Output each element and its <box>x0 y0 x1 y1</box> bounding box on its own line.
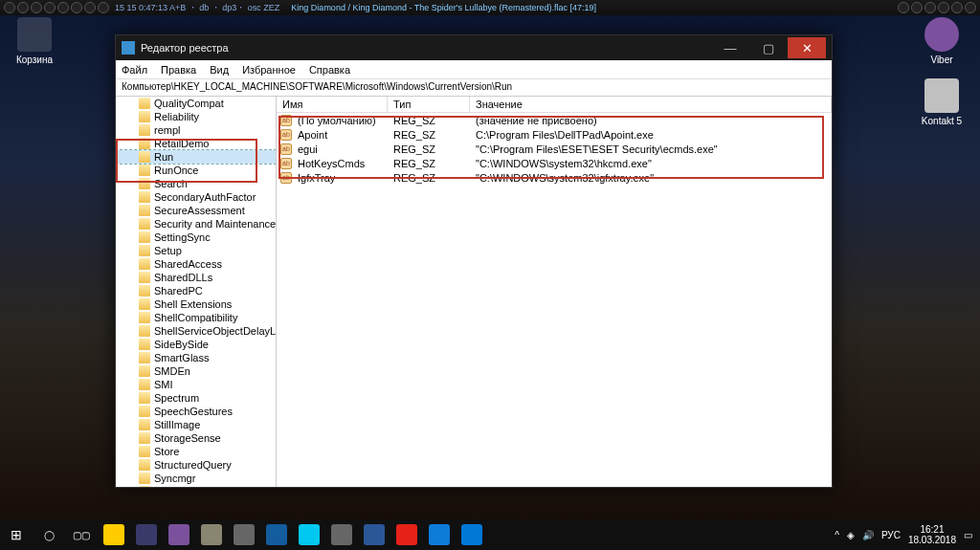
tree-item[interactable]: SMI <box>116 378 276 391</box>
kontakt-icon <box>924 78 959 113</box>
menu-item[interactable]: Вид <box>210 64 229 76</box>
player-btn[interactable] <box>938 2 949 13</box>
player-btn[interactable] <box>898 2 909 13</box>
tree-item[interactable]: Store <box>116 445 276 458</box>
player-btn[interactable] <box>44 2 56 13</box>
tree-item[interactable]: Reliability <box>116 110 276 123</box>
list-row[interactable]: abApointREG_SZC:\Program Files\DellTPad\… <box>277 127 832 142</box>
tree-item[interactable]: StructuredQuery <box>116 458 276 472</box>
taskbar-app[interactable] <box>390 519 423 550</box>
list-row[interactable]: ab(По умолчанию)REG_SZ(значение не присв… <box>277 113 832 127</box>
start-button[interactable]: ⊞ <box>0 519 33 550</box>
app-icon <box>396 524 417 545</box>
tree-item[interactable]: Shell Extensions <box>116 297 276 311</box>
tree-item[interactable]: rempl <box>116 123 276 137</box>
folder-icon <box>139 352 150 363</box>
taskbar-app[interactable] <box>98 519 130 550</box>
registry-tree[interactable]: QualityCompatReliabilityremplRetailDemoR… <box>116 97 277 487</box>
address-bar[interactable]: Компьютер\HKEY_LOCAL_MACHINE\SOFTWARE\Mi… <box>116 79 832 97</box>
col-type[interactable]: Тип <box>388 97 470 112</box>
folder-icon <box>139 379 150 390</box>
desktop-icon-kontakt[interactable]: Kontakt 5 <box>913 78 970 126</box>
tree-item[interactable]: SpeechGestures <box>116 405 276 418</box>
taskbar-app[interactable] <box>325 519 358 550</box>
tree-item[interactable]: SecondaryAuthFactor <box>116 190 276 204</box>
folder-icon <box>139 325 150 337</box>
task-view-button[interactable]: ▢▢ <box>65 519 98 550</box>
player-btn[interactable] <box>965 2 976 13</box>
tree-item[interactable]: SideBySide <box>116 338 276 351</box>
titlebar[interactable]: Редактор реестра — ▢ ✕ <box>116 35 832 60</box>
desktop-icon-viber[interactable]: Viber <box>913 17 970 65</box>
tree-item[interactable]: StorageSense <box>116 431 276 445</box>
tree-item[interactable]: Run <box>116 150 276 164</box>
minimize-button[interactable]: — <box>711 37 749 58</box>
tree-item[interactable]: Setup <box>116 244 276 257</box>
tree-item[interactable]: QualityCompat <box>116 97 276 110</box>
menu-item[interactable]: Файл <box>122 64 147 76</box>
player-btn[interactable] <box>924 2 936 13</box>
taskbar-app[interactable] <box>260 519 293 550</box>
tree-item[interactable]: SharedPC <box>116 284 276 297</box>
tree-item[interactable]: SecureAssessment <box>116 204 276 217</box>
col-name[interactable]: Имя <box>277 97 388 112</box>
tree-item[interactable]: SysPrepTapi <box>116 485 276 487</box>
tree-item[interactable]: SharedAccess <box>116 257 276 271</box>
taskbar-app[interactable] <box>228 519 260 550</box>
col-value[interactable]: Значение <box>470 97 832 112</box>
desktop-icon-trash[interactable]: Корзина <box>6 17 63 65</box>
taskbar-app[interactable] <box>293 519 325 550</box>
menu-item[interactable]: Избранное <box>242 64 296 76</box>
taskbar-app[interactable] <box>130 519 163 550</box>
list-row[interactable]: abeguiREG_SZ"C:\Program Files\ESET\ESET … <box>277 142 832 156</box>
player-btn[interactable] <box>57 2 69 13</box>
tray-volume-icon[interactable]: 🔊 <box>862 530 874 540</box>
tree-item-label: ShellCompatibility <box>154 312 237 323</box>
taskbar-app[interactable] <box>423 519 456 550</box>
tree-item[interactable]: SettingSync <box>116 231 276 244</box>
app-icon <box>299 524 320 545</box>
tree-item-label: Store <box>154 446 179 457</box>
tree-item[interactable]: Syncmgr <box>116 472 276 485</box>
action-center-icon[interactable]: ▭ <box>964 530 972 540</box>
tree-item[interactable]: Search <box>116 177 276 190</box>
search-button[interactable]: ◯ <box>33 519 65 550</box>
list-row[interactable]: abHotKeysCmdsREG_SZ"C:\WINDOWS\system32\… <box>277 156 832 170</box>
taskbar-app[interactable] <box>358 519 390 550</box>
tray-language[interactable]: РУС <box>881 530 901 540</box>
player-btn[interactable] <box>31 2 42 13</box>
player-btn[interactable] <box>71 2 82 13</box>
close-button[interactable]: ✕ <box>788 37 826 58</box>
taskbar-clock[interactable]: 16:21 18.03.2018 <box>908 524 956 545</box>
player-time-info: 15 15 0:47:13 A+B ・ db ・ dp3・ osc ZEZ <box>109 2 285 14</box>
player-btn[interactable] <box>951 2 963 13</box>
tray-network-icon[interactable]: ◈ <box>847 530 855 540</box>
system-tray[interactable]: ^ ◈ 🔊 РУС 16:21 18.03.2018 ▭ <box>827 524 980 545</box>
tree-item[interactable]: SharedDLLs <box>116 271 276 284</box>
player-btn[interactable] <box>911 2 923 13</box>
tree-item[interactable]: ShellCompatibility <box>116 311 276 324</box>
menu-item[interactable]: Справка <box>309 64 350 76</box>
tree-item[interactable]: StillImage <box>116 418 276 431</box>
tree-item[interactable]: ShellServiceObjectDelayLoad <box>116 324 276 338</box>
taskbar-app[interactable] <box>456 519 488 550</box>
folder-icon <box>139 218 150 230</box>
player-btn[interactable] <box>98 2 109 13</box>
tree-item[interactable]: SMDEn <box>116 364 276 378</box>
tree-item[interactable]: RetailDemo <box>116 137 276 150</box>
list-row[interactable]: abIgfxTrayREG_SZ"C:\WINDOWS\system32\igf… <box>277 170 832 185</box>
maximize-button[interactable]: ▢ <box>749 37 788 58</box>
menu-item[interactable]: Правка <box>161 64 196 76</box>
tree-item[interactable]: Security and Maintenance <box>116 217 276 231</box>
taskbar-app[interactable] <box>163 519 195 550</box>
tray-chevron-icon[interactable]: ^ <box>835 530 839 540</box>
player-btn[interactable] <box>17 2 29 13</box>
tree-item[interactable]: SmartGlass <box>116 351 276 364</box>
tree-item[interactable]: Spectrum <box>116 391 276 405</box>
tree-item[interactable]: RunOnce <box>116 164 276 177</box>
taskbar-app[interactable] <box>195 519 228 550</box>
registry-values-list[interactable]: Имя Тип Значение ab(По умолчанию)REG_SZ(… <box>277 97 832 487</box>
player-btn[interactable] <box>84 2 96 13</box>
player-btn[interactable] <box>4 2 15 13</box>
folder-icon <box>139 432 150 444</box>
